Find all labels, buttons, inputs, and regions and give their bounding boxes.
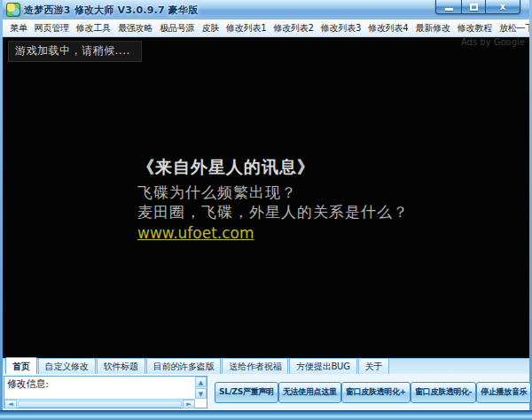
menu-item-main[interactable]: 菜单 bbox=[6, 20, 31, 36]
scrollbar-thumb[interactable] bbox=[18, 401, 182, 408]
scroll-up-icon[interactable]: ▲ bbox=[195, 377, 207, 387]
scroll-right-icon[interactable]: ► bbox=[183, 400, 195, 408]
minimize-button[interactable] bbox=[435, 0, 461, 14]
message-line-1: 飞碟为什么频繁出现？ bbox=[137, 183, 409, 202]
tab-pirated-versions[interactable]: 目前的许多盗版 bbox=[146, 358, 222, 374]
menu-bar: 菜单 网页管理 修改工具 最强攻略 极品号源 皮肤 修改列表1 修改列表2 修改… bbox=[3, 19, 529, 37]
menu-item-web-manage[interactable]: 网页管理 bbox=[31, 20, 73, 36]
scroll-down-icon[interactable]: ▼ bbox=[195, 388, 207, 399]
stop-music-button[interactable]: 停止播放音乐 bbox=[476, 382, 531, 403]
serious-statement-button[interactable]: SL/ZS严重声明 bbox=[215, 382, 278, 403]
cant-use-help-button[interactable]: 无法使用点这里 bbox=[278, 382, 341, 403]
ufo-website-link[interactable]: www.ufoet.com bbox=[137, 224, 254, 242]
menu-item-modlist3[interactable]: 修改列表3 bbox=[317, 20, 364, 36]
close-icon: x bbox=[500, 1, 505, 13]
menu-item-modlist1[interactable]: 修改列表1 bbox=[223, 20, 270, 36]
menu-item-relax[interactable]: 放松一下 bbox=[496, 20, 529, 36]
stage-message: 《来自外星人的讯息》 飞碟为什么频繁出现？ 麦田圈，飞碟，外星人的关系是什么？ … bbox=[137, 156, 409, 242]
ads-label: Ads by Google bbox=[461, 37, 525, 47]
tab-report-bug[interactable]: 方便提出BUG bbox=[289, 358, 357, 374]
loading-status: 游戏加载中，请稍候.... bbox=[8, 41, 142, 62]
window-controls: x bbox=[435, 0, 520, 14]
message-title: 《来自外星人的讯息》 bbox=[137, 156, 409, 179]
menu-item-tutorial[interactable]: 修改教程 bbox=[454, 20, 496, 36]
minimize-icon bbox=[445, 8, 453, 11]
button-row: SL/ZS严重声明 无法使用点这里 窗口皮肤透明化+ 窗口皮肤透明化- 停止播放… bbox=[215, 382, 531, 403]
skin-transparency-plus-button[interactable]: 窗口皮肤透明化+ bbox=[341, 382, 411, 403]
close-button[interactable]: x bbox=[485, 0, 520, 14]
tab-bar: 首页 自定义修改 软件标题 目前的许多盗版 送给作者祝福 方便提出BUG 关于 bbox=[3, 358, 529, 374]
window-bottom-border bbox=[0, 410, 532, 420]
skin-transparency-minus-button[interactable]: 窗口皮肤透明化- bbox=[411, 382, 476, 403]
message-line-2: 麦田圈，飞碟，外星人的关系是什么？ bbox=[137, 202, 409, 222]
menu-item-modlist2[interactable]: 修改列表2 bbox=[270, 20, 317, 36]
menu-item-modlist4[interactable]: 修改列表4 bbox=[364, 20, 411, 36]
mod-info-text: 修改信息: bbox=[7, 377, 49, 391]
app-window: 造梦西游3 修改大师 V3.0.9.7 豪华版 x 菜单 网页管理 修改工具 最… bbox=[0, 0, 532, 420]
menu-item-skin[interactable]: 皮肤 bbox=[198, 20, 223, 36]
menu-item-mod-tools[interactable]: 修改工具 bbox=[73, 20, 114, 36]
menu-item-latest-mods[interactable]: 最新修改 bbox=[412, 20, 454, 36]
game-stage: 游戏加载中，请稍候.... Ads by Google 《来自外星人的讯息》 飞… bbox=[3, 37, 529, 358]
tab-custom-mod[interactable]: 自定义修改 bbox=[38, 358, 96, 374]
bottom-panel: 修改信息: ▲ ▼ ◄ ► SL/ZS严重声明 无法使用点这里 窗口皮肤透明化+… bbox=[3, 374, 529, 410]
maximize-icon bbox=[470, 4, 478, 11]
scroll-left-icon[interactable]: ◄ bbox=[4, 400, 17, 408]
menu-item-accounts[interactable]: 极品号源 bbox=[156, 20, 198, 36]
vertical-scrollbar[interactable]: ▲ ▼ bbox=[195, 377, 207, 399]
title-bar: 造梦西游3 修改大师 V3.0.9.7 豪华版 x bbox=[3, 0, 529, 19]
tab-software-title[interactable]: 软件标题 bbox=[97, 358, 145, 374]
tab-about[interactable]: 关于 bbox=[358, 358, 390, 374]
mod-info-textbox[interactable]: 修改信息: ▲ ▼ ◄ ► bbox=[4, 376, 207, 408]
tab-author-wishes[interactable]: 送给作者祝福 bbox=[222, 358, 288, 374]
maximize-button[interactable] bbox=[461, 0, 485, 14]
tab-home[interactable]: 首页 bbox=[5, 357, 37, 374]
app-icon bbox=[6, 3, 20, 17]
menu-item-strategy[interactable]: 最强攻略 bbox=[114, 20, 156, 36]
horizontal-scrollbar[interactable]: ◄ ► bbox=[4, 399, 195, 408]
window-title: 造梦西游3 修改大师 V3.0.9.7 豪华版 bbox=[24, 4, 198, 17]
